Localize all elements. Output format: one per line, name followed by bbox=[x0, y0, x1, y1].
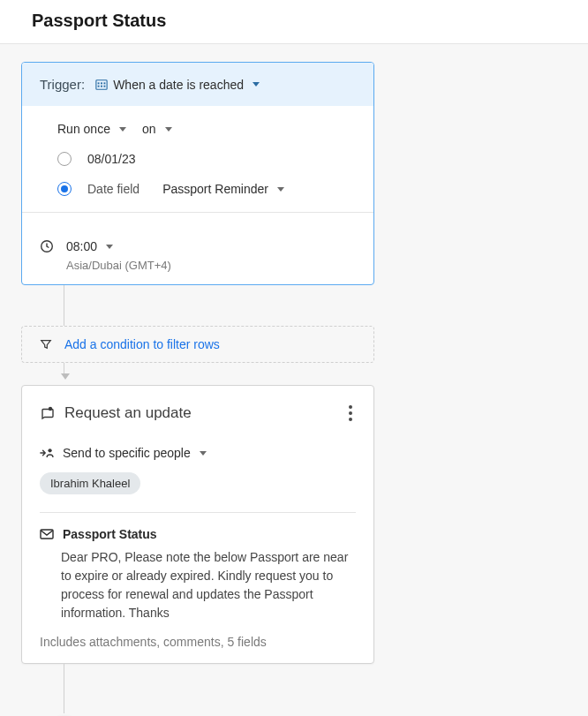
action-menu-button[interactable] bbox=[345, 402, 356, 425]
send-to-selector[interactable]: Send to specific people bbox=[63, 446, 207, 460]
time-row: 08:00 bbox=[22, 227, 373, 259]
workflow-canvas: Trigger: When a date is reached Run once… bbox=[0, 44, 588, 716]
page-header: Passport Status bbox=[0, 0, 588, 44]
page-title: Passport Status bbox=[32, 11, 556, 31]
date-field-option[interactable]: Date field Passport Reminder bbox=[40, 182, 356, 196]
action-body: Send to specific people Ibrahim Khaleel … bbox=[22, 428, 373, 663]
trigger-card: Trigger: When a date is reached Run once… bbox=[21, 62, 374, 285]
divider bbox=[22, 212, 373, 213]
trigger-label: Trigger: bbox=[40, 77, 85, 92]
run-mode-selector[interactable]: Run once bbox=[57, 122, 126, 136]
trigger-type-label: When a date is reached bbox=[113, 78, 244, 92]
fixed-date-value: 08/01/23 bbox=[87, 152, 136, 166]
email-subject: Passport Status bbox=[63, 527, 157, 541]
chevron-down-icon bbox=[119, 127, 126, 132]
run-on-label: on bbox=[142, 122, 156, 136]
envelope-icon bbox=[40, 528, 54, 540]
svg-rect-0 bbox=[96, 79, 107, 89]
send-to-label: Send to specific people bbox=[63, 446, 191, 460]
connector-line bbox=[64, 664, 64, 713]
svg-rect-5 bbox=[101, 85, 102, 87]
radio-unchecked-icon[interactable] bbox=[57, 152, 72, 166]
chevron-down-icon bbox=[253, 82, 260, 87]
date-field-selector[interactable]: Passport Reminder bbox=[162, 182, 284, 196]
send-to-row: Send to specific people bbox=[40, 446, 356, 460]
timezone-label: Asia/Dubai (GMT+4) bbox=[22, 259, 373, 284]
run-mode-label: Run once bbox=[57, 122, 110, 136]
svg-rect-4 bbox=[98, 85, 100, 87]
arrow-down-icon bbox=[61, 373, 70, 380]
run-on-selector[interactable]: on bbox=[142, 122, 172, 136]
calendar-grid-icon bbox=[95, 79, 108, 91]
svg-rect-2 bbox=[101, 82, 102, 84]
people-arrow-icon bbox=[40, 447, 54, 459]
filter-icon bbox=[40, 338, 52, 350]
chevron-down-icon bbox=[200, 451, 207, 456]
svg-rect-3 bbox=[104, 82, 106, 84]
connector-line bbox=[64, 363, 64, 373]
action-header: Request an update bbox=[22, 386, 373, 428]
radio-checked-icon[interactable] bbox=[57, 182, 72, 196]
request-update-icon bbox=[40, 405, 56, 421]
email-body: Dear PRO, Please note the below Passport… bbox=[61, 548, 356, 622]
add-condition-link[interactable]: Add a condition to filter rows bbox=[64, 337, 220, 351]
chevron-down-icon bbox=[165, 127, 172, 132]
trigger-body: Run once on 08/01/23 Date field Passport… bbox=[22, 106, 373, 227]
chevron-down-icon bbox=[106, 245, 113, 249]
recipient-chip[interactable]: Ibrahim Khaleel bbox=[40, 472, 140, 494]
add-condition-row[interactable]: Add a condition to filter rows bbox=[21, 326, 374, 363]
email-subject-row: Passport Status bbox=[40, 527, 356, 541]
divider bbox=[40, 512, 356, 513]
trigger-type-selector[interactable]: When a date is reached bbox=[95, 78, 260, 92]
trigger-header: Trigger: When a date is reached bbox=[22, 63, 373, 106]
clock-icon bbox=[40, 239, 54, 253]
chevron-down-icon bbox=[277, 187, 284, 192]
svg-rect-6 bbox=[104, 85, 106, 87]
date-field-value: Passport Reminder bbox=[162, 182, 268, 196]
action-card: Request an update Send to specific peopl… bbox=[21, 385, 374, 664]
time-value: 08:00 bbox=[66, 239, 97, 253]
run-schedule-row: Run once on bbox=[40, 122, 356, 136]
connector-line bbox=[64, 285, 64, 326]
svg-point-9 bbox=[48, 448, 51, 452]
svg-point-8 bbox=[49, 407, 52, 411]
action-title-text: Request an update bbox=[64, 404, 192, 422]
time-selector[interactable]: 08:00 bbox=[66, 239, 113, 253]
action-title: Request an update bbox=[40, 404, 192, 422]
svg-rect-1 bbox=[98, 82, 100, 84]
date-field-label: Date field bbox=[87, 182, 139, 196]
fixed-date-option[interactable]: 08/01/23 bbox=[40, 152, 356, 166]
includes-summary: Includes attachments, comments, 5 fields bbox=[40, 635, 356, 649]
